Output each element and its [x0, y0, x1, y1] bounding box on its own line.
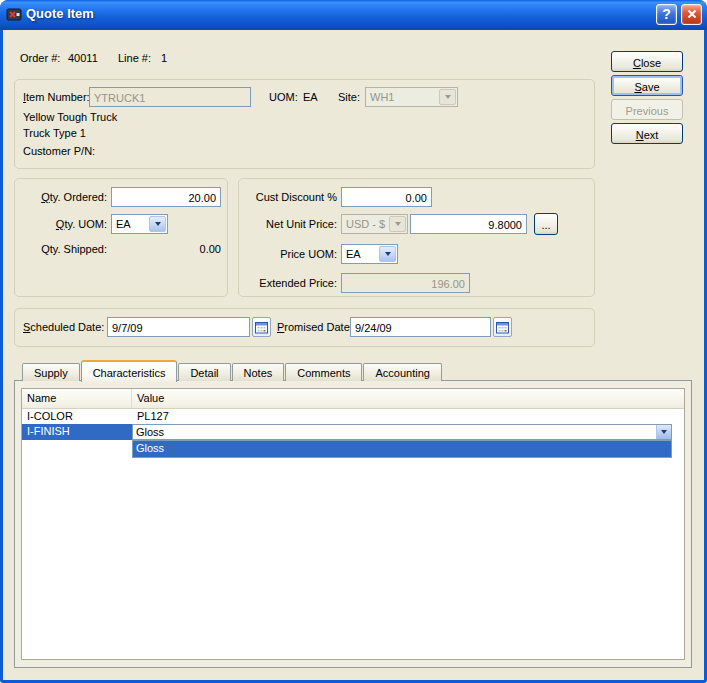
list-price-button[interactable]: ... [534, 213, 558, 235]
price-uom-value: EA [342, 245, 378, 263]
dropdown-arrow-icon [149, 216, 166, 232]
line-number-label: Line #: [118, 52, 151, 64]
qty-uom-label: Qty. UOM: [21, 218, 107, 230]
site-label: Site: [338, 91, 360, 103]
currency-combobox: USD - $ [341, 214, 408, 234]
combobox-dropdown-list: Gloss [132, 440, 672, 458]
promised-date-calendar-button[interactable] [493, 317, 512, 337]
table-header: Name Value [22, 389, 684, 409]
item-number-input [89, 87, 251, 107]
price-uom-label: Price UOM: [241, 248, 337, 260]
calendar-icon [255, 321, 268, 334]
dropdown-option[interactable]: Gloss [133, 441, 671, 457]
price-uom-combobox[interactable]: EA [341, 244, 398, 264]
cust-discount-label: Cust Discount % [241, 191, 337, 203]
cell-value: PL127 [132, 409, 173, 424]
calendar-icon [496, 321, 509, 334]
tab-detail[interactable]: Detail [178, 363, 230, 381]
help-button[interactable]: ? [656, 4, 677, 25]
extended-price-label: Extended Price: [241, 277, 337, 289]
net-unit-price-label: Net Unit Price: [241, 218, 337, 230]
qty-uom-combobox[interactable]: EA [111, 214, 168, 234]
dropdown-arrow-icon [379, 246, 396, 262]
site-combobox: WH1 [365, 87, 458, 107]
order-number-value: 40011 [68, 52, 98, 64]
app-icon [6, 6, 22, 22]
characteristics-table: Name Value I-COLOR PL127 I-FINISH Gloss [21, 388, 685, 660]
tab-comments[interactable]: Comments [285, 363, 362, 381]
order-number-label: Order #: [20, 52, 60, 64]
save-button[interactable]: Save [611, 75, 683, 96]
qty-ordered-label: Qty. Ordered: [21, 191, 107, 203]
cell-name: I-FINISH [22, 424, 132, 440]
item-description-1: Yellow Tough Truck [23, 111, 117, 123]
cust-discount-input[interactable] [341, 187, 432, 207]
net-unit-price-input[interactable] [410, 214, 527, 234]
dropdown-arrow-icon [389, 216, 406, 232]
item-description-2: Truck Type 1 [23, 127, 86, 139]
next-button[interactable]: Next [611, 123, 683, 144]
promised-date-label: Promised Date: [277, 321, 353, 333]
pricing-group: Cust Discount % Net Unit Price: USD - $ … [238, 178, 595, 297]
combobox-value: Gloss [133, 425, 656, 439]
tab-notes[interactable]: Notes [232, 363, 285, 381]
cell-name: I-COLOR [22, 409, 132, 424]
qty-shipped-value: 0.00 [135, 243, 221, 255]
scheduled-date-label: Scheduled Date: [23, 321, 104, 333]
window-title: Quote Item [26, 6, 652, 23]
column-header-value[interactable]: Value [132, 389, 168, 408]
uom-label: UOM: [269, 91, 298, 103]
titlebar[interactable]: Quote Item ? [0, 0, 707, 30]
close-icon [687, 9, 697, 19]
qty-shipped-label: Qty. Shipped: [21, 243, 107, 255]
promised-date-input[interactable] [350, 317, 491, 337]
dropdown-arrow-icon [439, 89, 456, 105]
quote-item-window: Quote Item ? Order #: 40011 Line #: 1 Cl… [0, 0, 707, 683]
extended-price-input [341, 273, 470, 293]
dropdown-arrow-icon [656, 425, 671, 439]
window-close-button[interactable] [681, 4, 702, 25]
table-row[interactable]: I-COLOR PL127 [22, 409, 684, 424]
characteristics-tab-panel: Name Value I-COLOR PL127 I-FINISH Gloss [14, 380, 692, 668]
tab-supply[interactable]: Supply [22, 363, 80, 381]
quantity-group: Qty. Ordered: Qty. UOM: EA Qty. Shipped:… [14, 178, 228, 297]
uom-value: EA [303, 91, 318, 103]
qty-uom-value: EA [112, 215, 148, 233]
previous-button: Previous [611, 99, 683, 120]
currency-value: USD - $ [342, 215, 388, 233]
cell-value: Gloss [132, 424, 684, 440]
tab-characteristics[interactable]: Characteristics [81, 360, 178, 382]
client-area: Order #: 40011 Line #: 1 Close Save Prev… [3, 30, 704, 680]
scheduled-date-input[interactable] [107, 317, 250, 337]
close-button[interactable]: Close [611, 51, 683, 72]
site-value: WH1 [366, 88, 438, 106]
column-header-name[interactable]: Name [22, 389, 132, 408]
dates-group: Scheduled Date: Promised Date: [14, 308, 595, 347]
qty-ordered-input[interactable] [111, 187, 221, 207]
line-number-value: 1 [161, 52, 167, 64]
item-number-label: Item Number: [23, 91, 90, 103]
value-combobox[interactable]: Gloss [132, 424, 672, 440]
scheduled-date-calendar-button[interactable] [252, 317, 271, 337]
item-group: Item Number: UOM: EA Site: WH1 Yellow To… [14, 79, 595, 169]
tab-bar: Supply Characteristics Detail Notes Comm… [22, 360, 443, 381]
table-row-selected[interactable]: I-FINISH Gloss [22, 424, 684, 440]
customer-pn-label: Customer P/N: [23, 145, 95, 157]
tab-accounting[interactable]: Accounting [363, 363, 441, 381]
